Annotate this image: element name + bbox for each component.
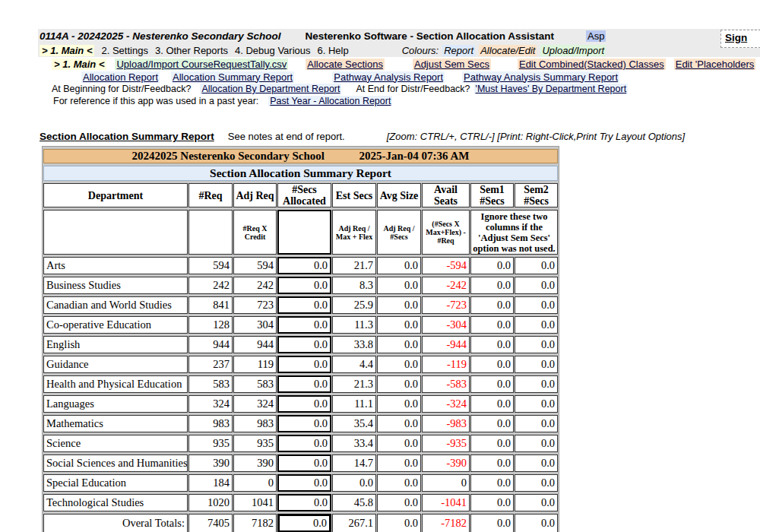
cell-adj-req: 1041 bbox=[233, 494, 277, 511]
cell-sem1-secs: 0.0 bbox=[470, 395, 514, 413]
cell-department: Languages bbox=[43, 395, 188, 413]
cell-sem1-secs: 0.0 bbox=[470, 514, 514, 532]
allocation-report-link[interactable]: Allocation Report bbox=[81, 71, 160, 83]
table-row: Languages3243240.011.10.0-3240.00.0 bbox=[43, 395, 558, 413]
cell-req: 242 bbox=[188, 277, 233, 294]
cell-est-secs: 8.3 bbox=[332, 277, 376, 294]
zoom-print-hint: [Zoom: CTRL/+, CTRL/-] [Print: Right-Cli… bbox=[387, 131, 685, 142]
cell-sem2-secs: 0.0 bbox=[515, 435, 558, 452]
col-department: Department bbox=[43, 183, 188, 207]
nav-main-active[interactable]: > 1. Main < bbox=[52, 59, 106, 70]
report-table-wrap: 20242025 Nesterenko Secondary School 202… bbox=[42, 146, 559, 532]
cell-est-secs: 0.0 bbox=[332, 474, 376, 492]
cell-est-secs: 11.1 bbox=[332, 395, 376, 413]
cell-adj-req: 242 bbox=[233, 277, 277, 294]
cell-req: 583 bbox=[188, 375, 233, 393]
cell-sem1-secs: 0.0 bbox=[470, 375, 514, 393]
cell-sem2-secs: 0.0 bbox=[515, 415, 558, 432]
cell-secs-allocated: 0.0 bbox=[277, 435, 331, 452]
cell-req: 1020 bbox=[188, 494, 233, 511]
cell-avg-size: 0.0 bbox=[377, 316, 421, 334]
cell-avail-seats: -390 bbox=[422, 454, 470, 472]
cell-sem1-secs: 0.0 bbox=[470, 277, 514, 294]
cell-req: 935 bbox=[188, 435, 233, 452]
cell-est-secs: 11.3 bbox=[332, 316, 376, 334]
asp-highlighted-text: Asp bbox=[586, 30, 606, 42]
table-row: Technological Studies102010410.045.80.0-… bbox=[43, 494, 558, 511]
totals-row: Overal Totals:740571820.0267.10.0-71820.… bbox=[43, 514, 558, 532]
cell-adj-req: 324 bbox=[233, 395, 277, 413]
cell-sem1-secs: 0.0 bbox=[470, 494, 514, 511]
upload-import-link[interactable]: Upload/Import CourseRequestTally.csv bbox=[115, 59, 288, 70]
nav-links: > 1. Main < Upload/Import CourseRequestT… bbox=[0, 58, 760, 107]
adjust-sem-secs-link[interactable]: Adjust Sem Secs bbox=[413, 59, 491, 70]
cell-department: Social Sciences and Humanities bbox=[43, 454, 188, 472]
table-row: Mathematics9839830.035.40.0-9830.00.0 bbox=[43, 415, 558, 432]
school-title: 0114A - 20242025 - Nesterenko Secondary … bbox=[40, 30, 280, 42]
cell-secs-allocated: 0.0 bbox=[277, 375, 331, 393]
cell-avail-seats: -594 bbox=[422, 257, 470, 274]
col-secs-allocated: #Secs Allocated bbox=[277, 183, 331, 207]
cell-sem2-secs: 0.0 bbox=[515, 454, 558, 472]
cell-secs-allocated: 0.0 bbox=[277, 415, 331, 432]
title-line: 0114A - 20242025 - Nesterenko Secondary … bbox=[38, 29, 760, 43]
subhdr-avail-seats: (#Secs X Max+Flex) - #Req bbox=[422, 210, 470, 255]
col-adj-req: Adj Req bbox=[233, 183, 277, 207]
subhdr-adj-req: #Req X Credit bbox=[233, 210, 277, 255]
col-sem2-secs: Sem2 #Secs bbox=[515, 183, 558, 207]
cell-secs-allocated: 0.0 bbox=[277, 316, 331, 334]
colours-legend: Colours: Report Allocate/Edit Upload/Imp… bbox=[402, 45, 606, 56]
menu-item-settings[interactable]: 2. Settings bbox=[101, 45, 147, 56]
cell-avail-seats: -723 bbox=[422, 296, 470, 314]
cell-sem2-secs: 0.0 bbox=[515, 336, 558, 353]
cell-sem2-secs: 0.0 bbox=[515, 257, 558, 274]
allocation-by-department-report-link[interactable]: Allocation By Department Report bbox=[200, 84, 341, 94]
cell-avg-size: 0.0 bbox=[377, 494, 421, 511]
table-subtitle-row: Section Allocation Summary Report bbox=[43, 166, 558, 181]
table-row: English9449440.033.80.0-9440.00.0 bbox=[43, 336, 558, 353]
cell-sem1-secs: 0.0 bbox=[470, 474, 514, 492]
cell-avail-seats: 0 bbox=[422, 474, 470, 492]
cell-department: Mathematics bbox=[43, 415, 188, 432]
allocate-sections-link[interactable]: Allocate Sections bbox=[306, 59, 385, 70]
table-body: Arts5945940.021.70.0-5940.00.0Business S… bbox=[43, 257, 558, 532]
cell-department: Overal Totals: bbox=[43, 514, 188, 532]
cell-department: Special Education bbox=[43, 474, 188, 492]
cell-department: Canadian and World Studies bbox=[43, 296, 188, 314]
edit-placeholders-link[interactable]: Edit 'Placeholders bbox=[674, 59, 756, 70]
page-title: Section Allocation Summary Report bbox=[40, 131, 214, 142]
cell-sem1-secs: 0.0 bbox=[470, 336, 514, 353]
cell-secs-allocated: 0.0 bbox=[277, 336, 331, 353]
menu-item-other-reports[interactable]: 3. Other Reports bbox=[155, 45, 228, 56]
menu-item-help[interactable]: 6. Help bbox=[318, 45, 349, 56]
cell-avg-size: 0.0 bbox=[377, 356, 421, 373]
cell-req: 128 bbox=[188, 316, 233, 334]
allocation-summary-report-link[interactable]: Allocation Summary Report bbox=[171, 71, 294, 83]
colours-label: Colours: bbox=[402, 45, 439, 56]
table-row: Arts5945940.021.70.0-5940.00.0 bbox=[43, 257, 558, 274]
cell-sem2-secs: 0.0 bbox=[515, 514, 558, 532]
cell-sem2-secs: 0.0 bbox=[515, 395, 558, 413]
table-school-cell: 20242025 Nesterenko Secondary School 202… bbox=[43, 149, 558, 163]
pathway-analysis-summary-report-link[interactable]: Pathway Analysis Summary Report bbox=[462, 71, 619, 83]
col-avail-seats: Avail Seats bbox=[422, 183, 470, 207]
cell-avg-size: 0.0 bbox=[377, 257, 421, 274]
cell-avg-size: 0.0 bbox=[377, 474, 421, 492]
subhdr-department-empty bbox=[43, 210, 188, 255]
col-sem1-secs: Sem1 #Secs bbox=[470, 183, 514, 207]
cell-department: Science bbox=[43, 435, 188, 452]
cell-department: Arts bbox=[43, 257, 188, 274]
cell-avail-seats: -935 bbox=[422, 435, 470, 452]
must-haves-report-link[interactable]: 'Must Haves' By Department Report bbox=[474, 84, 629, 94]
cell-est-secs: 33.4 bbox=[332, 435, 376, 452]
sign-out-link[interactable]: Sign bbox=[720, 30, 760, 48]
menu-item-main-active[interactable]: > 1. Main < bbox=[40, 45, 94, 56]
cell-req: 7405 bbox=[188, 514, 233, 532]
pathway-analysis-report-link[interactable]: Pathway Analysis Report bbox=[332, 71, 445, 83]
menu-item-debug-various[interactable]: 4. Debug Various bbox=[235, 45, 311, 56]
cell-adj-req: 0 bbox=[233, 474, 277, 492]
cell-avg-size: 0.0 bbox=[377, 395, 421, 413]
edit-combined-link[interactable]: Edit Combined(Stacked) Classes bbox=[518, 59, 666, 70]
cell-est-secs: 33.8 bbox=[332, 336, 376, 353]
past-year-report-link[interactable]: Past Year - Allocation Report bbox=[268, 96, 392, 106]
